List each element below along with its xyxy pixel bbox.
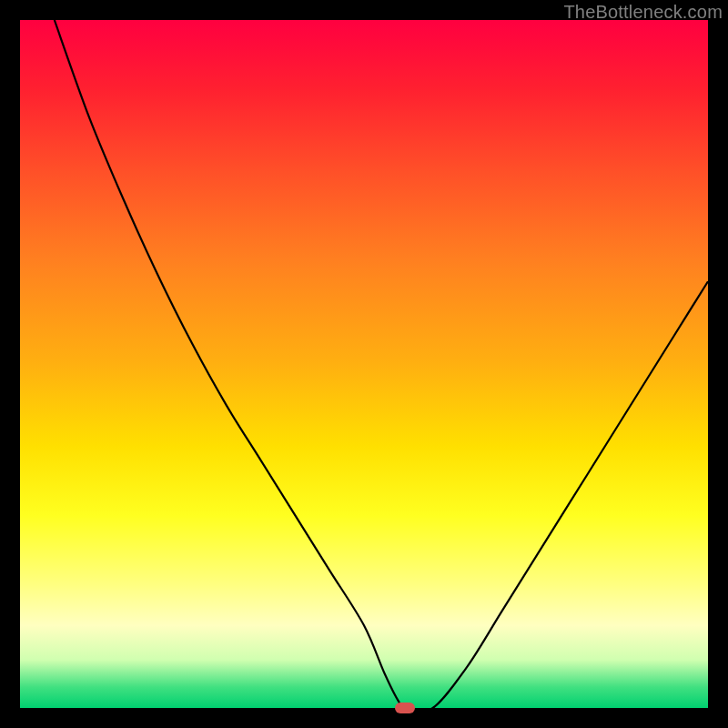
watermark-text: TheBottleneck.com [563, 2, 723, 23]
chart-frame: TheBottleneck.com [0, 0, 728, 728]
chart-plot-area [20, 20, 708, 708]
optimum-marker [395, 703, 415, 713]
bottleneck-curve [20, 20, 708, 708]
